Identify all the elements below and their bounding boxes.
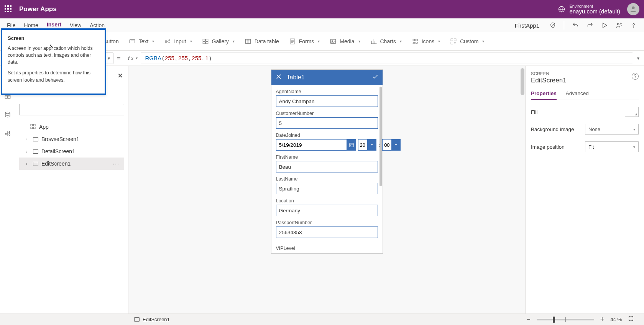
text-menu[interactable]: Text▾ [129, 38, 154, 45]
redo-button[interactable] [586, 22, 593, 29]
input-menu[interactable]: Input▾ [164, 38, 192, 45]
field-label-passport: PassportNumber [276, 220, 378, 225]
calendar-icon[interactable] [347, 139, 356, 151]
svg-rect-34 [31, 124, 33, 126]
minute-dropdown-icon[interactable] [391, 139, 401, 151]
screen-icon [33, 162, 38, 166]
form-cancel-icon[interactable] [275, 73, 282, 82]
media-menu[interactable]: Media▾ [330, 38, 360, 45]
tree-search-input[interactable] [19, 104, 124, 115]
field-input-lastname[interactable] [276, 183, 378, 194]
canvas[interactable]: Table1 AgentName CustomerNumber DateJoin… [128, 66, 525, 314]
tree-close-button[interactable]: ✕ [116, 71, 124, 81]
svg-rect-29 [8, 96, 10, 98]
field-input-agent[interactable] [276, 95, 378, 107]
tab-advanced[interactable]: Advanced [566, 90, 589, 100]
form-scrollbar[interactable] [380, 87, 382, 186]
zoom-percent: 44 % [610, 317, 622, 322]
env-label: Environment [569, 4, 620, 8]
field-input-customer[interactable] [276, 117, 378, 129]
svg-rect-22 [454, 39, 456, 41]
svg-rect-37 [33, 127, 35, 129]
screen-icon [33, 149, 38, 154]
field-label-lastname: LastName [276, 176, 378, 182]
date-input[interactable] [276, 139, 347, 151]
menu-file[interactable]: File [7, 22, 16, 28]
gallery-menu[interactable]: Gallery▾ [202, 38, 235, 45]
menu-action[interactable]: Action [90, 22, 105, 28]
tree-app-node[interactable]: App [19, 121, 124, 133]
svg-rect-13 [205, 41, 208, 43]
main-area: ✕ App › BrowseScreen1 › DetailScreen1 › … [0, 66, 644, 314]
play-button[interactable] [601, 22, 608, 29]
formula-input[interactable]: RGBA(255, 255, 255, 1) [141, 53, 632, 64]
menu-home[interactable]: Home [24, 22, 38, 28]
form-title-bar: Table1 [271, 70, 383, 85]
prop-pos-dropdown[interactable]: Fit▾ [585, 141, 639, 152]
prop-fill-swatch[interactable] [625, 107, 639, 117]
fit-to-window-button[interactable] [626, 315, 636, 323]
app-preview: Table1 AgentName CustomerNumber DateJoin… [271, 70, 383, 253]
undo-button[interactable] [572, 22, 579, 29]
tree-view-panel: ✕ App › BrowseScreen1 › DetailScreen1 › … [15, 66, 128, 314]
waffle-icon[interactable] [5, 5, 12, 13]
field-label-vip: VIPLevel [271, 244, 383, 253]
formula-expand[interactable]: ▾ [632, 56, 644, 61]
data-rail-icon[interactable] [4, 111, 11, 119]
new-screen-tooltip: Screen A screen in your application whic… [1, 28, 106, 95]
fx-button[interactable]: fx▾ [124, 55, 141, 61]
charts-menu[interactable]: Charts▾ [370, 38, 402, 45]
field-label-customer: CustomerNumber [276, 111, 378, 116]
svg-rect-21 [451, 39, 453, 41]
env-name: enayu.com (default) [569, 8, 620, 15]
svg-point-8 [169, 39, 170, 41]
field-label-location: Location [276, 198, 378, 204]
svg-point-1 [632, 7, 634, 9]
menu-insert[interactable]: Insert [47, 21, 61, 29]
field-label-date: DateJoined [276, 133, 378, 138]
tree-item-browse[interactable]: › BrowseScreen1 [19, 133, 124, 145]
zoom-slider[interactable] [537, 319, 594, 320]
environment-icon [558, 5, 565, 13]
share-button[interactable] [616, 22, 623, 29]
svg-rect-12 [203, 41, 205, 43]
app-name: FirstApp1 [515, 22, 539, 29]
custom-menu[interactable]: Custom▾ [450, 38, 484, 45]
forms-menu[interactable]: Forms▾ [289, 38, 320, 45]
svg-rect-11 [205, 39, 208, 41]
field-input-firstname[interactable] [276, 161, 378, 172]
tree-item-edit[interactable]: › EditScreen1 ··· [19, 158, 124, 170]
props-help-icon[interactable]: ? [632, 73, 639, 80]
tree-item-more[interactable]: ··· [113, 161, 120, 167]
svg-point-32 [7, 132, 8, 133]
data-table-button[interactable]: Data table [245, 38, 279, 45]
chevron-right-icon: › [26, 149, 30, 154]
zoom-in-button[interactable]: + [599, 315, 606, 323]
chevron-right-icon: › [26, 137, 30, 141]
zoom-out-button[interactable]: − [525, 315, 532, 323]
field-input-location[interactable] [276, 205, 378, 216]
environment-picker[interactable]: Environment enayu.com (default) [558, 4, 620, 15]
tree-item-detail[interactable]: › DetailScreen1 [19, 145, 124, 158]
svg-point-31 [5, 133, 7, 135]
app-checker-icon[interactable] [549, 22, 556, 29]
menu-view[interactable]: View [70, 22, 81, 28]
zoom-screen-name: EditScreen1 [143, 317, 170, 322]
user-avatar[interactable] [627, 3, 639, 15]
field-input-passport[interactable] [276, 227, 378, 238]
minute-input[interactable] [382, 139, 391, 151]
prop-bg-dropdown[interactable]: None▾ [585, 124, 639, 135]
tools-rail-icon[interactable] [4, 130, 11, 138]
tab-properties[interactable]: Properties [531, 90, 557, 100]
hour-dropdown-icon[interactable] [367, 139, 376, 151]
svg-rect-28 [5, 96, 7, 98]
svg-point-30 [5, 112, 10, 114]
form-submit-icon[interactable] [372, 73, 379, 82]
app-icon [30, 123, 36, 131]
chevron-right-icon: › [26, 162, 30, 166]
canvas-scrollbar-v[interactable] [521, 68, 524, 309]
help-button[interactable] [630, 22, 637, 29]
hour-input[interactable] [358, 139, 367, 151]
top-bar: Power Apps Environment enayu.com (defaul… [0, 0, 644, 18]
icons-menu[interactable]: Icons▾ [412, 38, 440, 45]
